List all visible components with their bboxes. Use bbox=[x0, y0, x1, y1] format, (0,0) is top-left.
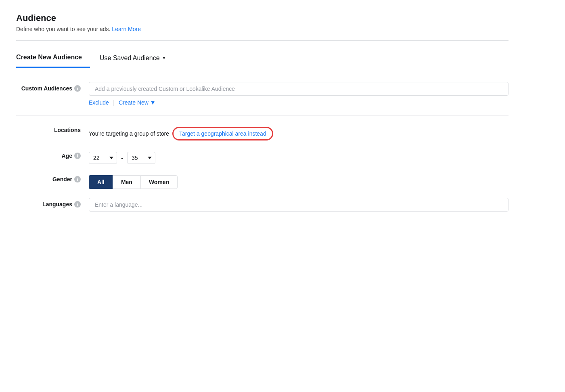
custom-audiences-label: Custom Audiences i bbox=[16, 82, 81, 92]
learn-more-link[interactable]: Learn More bbox=[112, 26, 141, 32]
age-content: 13141516 17181920 2122232425 - 18202225 … bbox=[89, 149, 155, 164]
age-info-icon: i bbox=[74, 153, 81, 159]
header-divider bbox=[16, 40, 508, 41]
languages-input[interactable] bbox=[89, 198, 508, 212]
locations-content: You're targeting a group of store Target… bbox=[89, 124, 273, 140]
page-container: Audience Define who you want to see your… bbox=[0, 0, 525, 237]
gender-row: Gender i All Men Women bbox=[16, 173, 508, 189]
age-row: Age i 13141516 17181920 2122232425 - 182… bbox=[16, 149, 508, 164]
gender-men-button[interactable]: Men bbox=[113, 175, 140, 189]
section-divider-1 bbox=[16, 115, 508, 115]
custom-audiences-row: Custom Audiences i Exclude | Create New … bbox=[16, 82, 508, 106]
gender-content: All Men Women bbox=[89, 173, 178, 189]
gender-women-button[interactable]: Women bbox=[140, 175, 178, 189]
age-separator: - bbox=[121, 155, 123, 161]
languages-label: Languages i bbox=[16, 198, 81, 208]
custom-audiences-info-icon: i bbox=[74, 85, 81, 92]
chevron-down-icon: ▼ bbox=[162, 56, 166, 60]
tab-create-new[interactable]: Create New Audience bbox=[16, 49, 90, 68]
tab-divider bbox=[16, 68, 508, 68]
chevron-down-icon: ▼ bbox=[150, 99, 156, 106]
page-subtitle: Define who you want to see your ads. Lea… bbox=[16, 26, 508, 32]
target-geographical-area-link[interactable]: Target a geographical area instead bbox=[172, 127, 273, 140]
languages-content bbox=[89, 198, 508, 212]
locations-row: Locations You're targeting a group of st… bbox=[16, 124, 508, 140]
tab-use-saved[interactable]: Use Saved Audience ▼ bbox=[100, 50, 166, 67]
gender-label: Gender i bbox=[16, 173, 81, 182]
locations-text: You're targeting a group of store bbox=[89, 130, 169, 137]
languages-info-icon: i bbox=[74, 201, 81, 208]
link-separator: | bbox=[113, 99, 115, 106]
locations-label: Locations bbox=[16, 124, 81, 133]
audience-tabs: Create New Audience Use Saved Audience ▼ bbox=[16, 49, 508, 68]
exclude-button[interactable]: Exclude bbox=[89, 99, 109, 106]
languages-row: Languages i bbox=[16, 198, 508, 212]
custom-audience-input[interactable] bbox=[89, 82, 508, 96]
page-title: Audience bbox=[16, 13, 508, 23]
audience-form: Custom Audiences i Exclude | Create New … bbox=[16, 78, 508, 224]
custom-audiences-content: Exclude | Create New ▼ bbox=[89, 82, 508, 106]
age-min-select[interactable]: 13141516 17181920 2122232425 bbox=[89, 152, 117, 164]
age-label: Age i bbox=[16, 149, 81, 159]
age-max-select[interactable]: 18202225 30354045 50556065 bbox=[127, 152, 155, 164]
gender-info-icon: i bbox=[74, 176, 81, 182]
create-new-button[interactable]: Create New ▼ bbox=[119, 99, 156, 106]
custom-audiences-links: Exclude | Create New ▼ bbox=[89, 99, 508, 106]
gender-all-button[interactable]: All bbox=[89, 175, 113, 189]
audience-header: Audience Define who you want to see your… bbox=[16, 13, 508, 32]
